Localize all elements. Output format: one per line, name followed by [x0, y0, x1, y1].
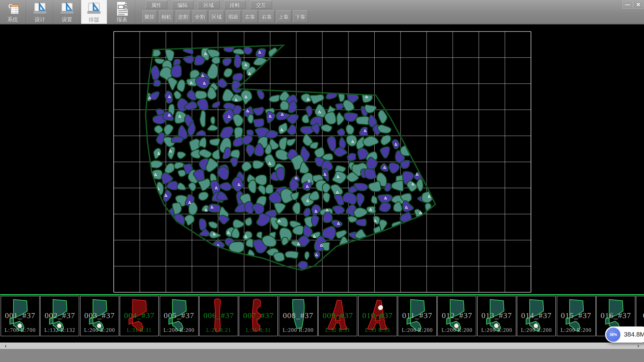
horizontal-scrollbar[interactable]: ‹ ›: [0, 343, 644, 349]
piece-id: 001_#37: [1, 311, 39, 320]
close-button[interactable]: ✕: [633, 1, 643, 9]
piece-id: 015_#37: [557, 311, 595, 320]
settings-ruler-icon: [59, 1, 75, 16]
ribbon-toolbar: 系统设计设置排版报表 属性编辑区域排料交互 聚排相机选割全割区域瑕疵左靠右靠上靠…: [0, 0, 644, 24]
tool-button-4[interactable]: 全割: [193, 10, 207, 23]
piece-thumbnail-10[interactable]: 010_#37L:33 R:33: [358, 296, 397, 336]
memory-usage-badge[interactable]: 38% 384.8M: [605, 326, 644, 343]
scroll-left-arrow-icon[interactable]: ‹: [1, 343, 10, 349]
piece-thumbnail-3[interactable]: 003_#37L:200 R:200: [80, 296, 119, 336]
piece-thumbnail-5[interactable]: 005_#37L:200 R:200: [160, 296, 199, 336]
canvas-drawing: [0, 24, 644, 294]
menu-tab-1[interactable]: 属性: [146, 1, 167, 9]
piece-id: 016_#37: [597, 311, 635, 320]
piece-size-label: L:32 R:31: [319, 327, 357, 333]
nesting-canvas[interactable]: [0, 24, 644, 294]
piece-id: 012_#37: [438, 311, 476, 320]
piece-size-label: L:200 R:200: [279, 327, 317, 333]
mode-button-2[interactable]: 设计: [27, 0, 53, 24]
piece-id: 006_#37: [200, 311, 238, 320]
piece-thumbnail-4[interactable]: 004_#37L:31 R:31: [120, 296, 159, 336]
report-document-icon: [114, 1, 130, 16]
piece-id: 009_#37: [319, 311, 357, 320]
mode-button-4[interactable]: 排版: [81, 0, 107, 24]
piece-thumbnail-11[interactable]: 011_#37L:200 R:200: [398, 296, 437, 336]
mode-button-label: 设置: [54, 16, 80, 23]
piece-id: 010_#37: [359, 311, 397, 320]
tool-button-8[interactable]: 右靠: [260, 10, 274, 23]
piece-thumbnail-7[interactable]: 007_#37L:31 R:31: [239, 296, 278, 336]
piece-id: 007_#37: [239, 311, 277, 320]
piece-thumbnail-14[interactable]: 014_#37L:200 R:200: [517, 296, 556, 336]
tool-button-row: 聚排相机选割全割区域瑕疵左靠右靠上靠下靠: [142, 10, 308, 23]
piece-thumbnail-13[interactable]: 013_#37L:200 R:200: [477, 296, 516, 336]
mode-button-label: 设计: [27, 16, 53, 23]
filmstrip-divider: [0, 294, 644, 295]
piece-thumbnail-6[interactable]: 006_#37L:21 R:21: [199, 296, 238, 336]
piece-id: 004_#37: [120, 311, 158, 320]
tool-button-2[interactable]: 相机: [159, 10, 174, 23]
piece-thumbnail-15[interactable]: 015_#37L:200 R:200: [557, 296, 596, 336]
tool-button-6[interactable]: 瑕疵: [226, 10, 241, 23]
tool-button-1[interactable]: 聚排: [142, 10, 157, 23]
menu-tab-2[interactable]: 编辑: [172, 1, 194, 9]
memory-value: 384.8M: [624, 331, 644, 338]
mode-button-label: 系统: [0, 16, 25, 23]
tool-button-5[interactable]: 区域: [209, 10, 224, 23]
piece-size-label: L:200 R:200: [398, 327, 436, 333]
piece-size-label: L:200 R:200: [80, 327, 119, 333]
piece-size-label: L:200 R:200: [557, 327, 595, 333]
piece-size-label: L:31 R:31: [120, 327, 158, 333]
mode-button-label: 排版: [81, 16, 107, 23]
minimize-button[interactable]: —: [623, 1, 633, 9]
piece-filmstrip: 001_#37L:700 R:700002_#37L:132 R:132003_…: [0, 294, 644, 343]
piece-id: 005_#37: [160, 311, 198, 320]
menu-tab-row: 属性编辑区域排料交互: [146, 1, 272, 9]
piece-id: 002_#37: [41, 311, 79, 320]
piece-id: 003_#37: [80, 311, 119, 320]
piece-size-label: L:21 R:21: [200, 327, 238, 333]
menu-tab-4[interactable]: 排料: [224, 1, 246, 9]
piece-id: 011_#37: [398, 311, 436, 320]
piece-id: 014_#37: [517, 311, 555, 320]
menu-tab-3[interactable]: 区域: [198, 1, 220, 9]
mode-button-label: 报表: [109, 16, 135, 23]
system-gear-icon: [5, 1, 20, 16]
piece-thumbnail-9[interactable]: 009_#37L:32 R:31: [318, 296, 357, 336]
piece-size-label: L:700 R:700: [1, 327, 39, 333]
piece-size-label: L:200 R:200: [517, 327, 555, 333]
piece-size-label: L:200 R:200: [438, 327, 476, 333]
piece-thumbnail-1[interactable]: 001_#37L:700 R:700: [1, 296, 40, 336]
design-ruler-icon: [32, 1, 48, 16]
tool-button-7[interactable]: 左靠: [243, 10, 258, 23]
tool-button-3[interactable]: 选割: [176, 10, 191, 23]
progress-percent-badge: 38%: [606, 327, 621, 342]
tool-button-9[interactable]: 上靠: [276, 10, 291, 23]
piece-size-label: L:200 R:200: [160, 327, 198, 333]
piece-size-label: L:200 R:200: [478, 327, 516, 333]
piece-id: 0: [636, 311, 644, 320]
piece-thumbnail-2[interactable]: 002_#37L:132 R:132: [40, 296, 79, 336]
piece-thumbnail-12[interactable]: 012_#37L:200 R:200: [437, 296, 476, 336]
status-bar: [0, 349, 644, 362]
mode-button-5[interactable]: 报表: [109, 0, 135, 24]
app-window: 系统设计设置排版报表 属性编辑区域排料交互 聚排相机选割全割区域瑕疵左靠右靠上靠…: [0, 0, 644, 362]
layout-ruler-icon: [86, 1, 102, 16]
menu-tab-5[interactable]: 交互: [250, 1, 272, 9]
piece-id: 008_#37: [279, 311, 317, 320]
piece-thumbnail-8[interactable]: 008_#37L:200 R:200: [279, 296, 318, 336]
tool-button-10[interactable]: 下靠: [293, 10, 308, 23]
piece-size-label: L:132 R:132: [41, 327, 79, 333]
piece-size-label: L:33 R:33: [359, 327, 397, 333]
mode-button-3[interactable]: 设置: [54, 0, 80, 24]
piece-size-label: L:31 R:31: [239, 327, 277, 333]
scroll-right-arrow-icon[interactable]: ›: [634, 343, 643, 349]
piece-id: 013_#37: [478, 311, 516, 320]
mode-button-1[interactable]: 系统: [0, 0, 26, 24]
